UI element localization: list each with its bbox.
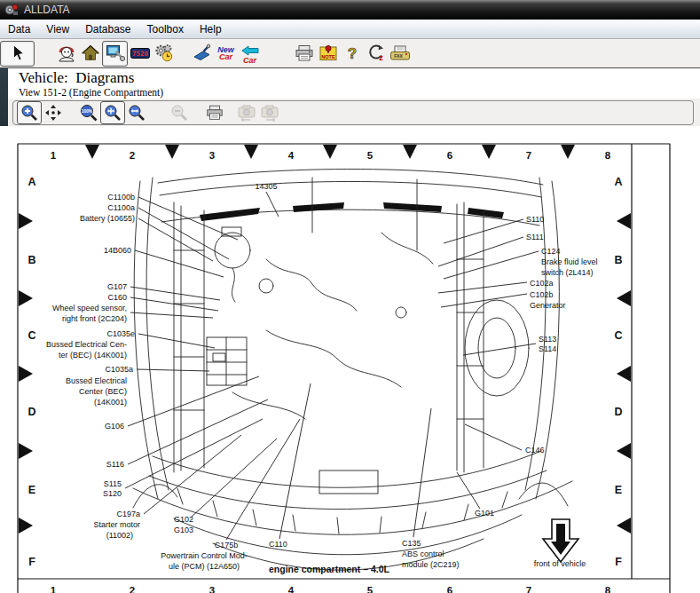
main-toolbar: 7520 New Car: [0, 39, 700, 68]
grid-number: 1: [51, 585, 56, 593]
zoom-out-icon: [169, 103, 189, 123]
sort-z-label: z: [379, 53, 383, 62]
diagram-label: S120: [103, 489, 122, 498]
code-display-label: 7520: [131, 50, 148, 58]
leader-line: [144, 435, 241, 514]
grid-letter: A: [28, 176, 35, 188]
diagram-label: C1035e: [106, 329, 135, 338]
grid-number: 7: [526, 585, 531, 593]
service-schedule-button[interactable]: [152, 42, 176, 66]
grid-number: 6: [447, 585, 452, 593]
previous-car-button[interactable]: Car: [238, 42, 262, 66]
notes-button[interactable]: NOTE: [316, 42, 340, 66]
tools-button[interactable]: [190, 42, 214, 66]
note-icon: NOTE: [318, 43, 339, 64]
grid-letter: C: [614, 329, 622, 342]
diagram-label: engine compartment – 4.0L: [269, 565, 389, 573]
diagram-label: G107: [107, 282, 127, 291]
diagram-label: C110: [269, 540, 287, 549]
diagram-label: S113: [539, 335, 556, 344]
diagram-label: G106: [105, 422, 124, 431]
grid-triangle-left: [617, 443, 631, 459]
zoom-100-button[interactable]: 100%: [77, 102, 100, 123]
leader-line: [465, 424, 522, 450]
menu-item-help[interactable]: Help: [192, 21, 230, 37]
grid-letter: D: [614, 406, 622, 418]
vehicle-diagnostics-button[interactable]: [102, 41, 128, 67]
zoom-100-label: 100%: [82, 109, 93, 114]
code-reader-button[interactable]: 7520: [128, 42, 152, 66]
diagram-label: ABS control: [402, 550, 444, 558]
leader-line: [128, 399, 268, 464]
fax-icon: FAX: [389, 43, 412, 64]
previous-car-icon: Car: [240, 43, 260, 64]
zoom-in-button[interactable]: [17, 101, 42, 124]
snapshot-next-button[interactable]: [258, 102, 281, 123]
grid-triangle-left: [617, 366, 631, 382]
menu-item-data[interactable]: Data: [0, 21, 38, 37]
leader-line: [463, 344, 536, 355]
menu-item-database[interactable]: Database: [77, 21, 138, 37]
grid-triangle-down: [85, 145, 99, 159]
sort-az-icon: z: [366, 43, 387, 64]
leader-line: [438, 282, 527, 293]
diagram-label: ter (BEC) (14K001): [59, 351, 127, 360]
leader-line: [130, 312, 213, 318]
gears-clock-icon: [153, 43, 175, 64]
grid-triangle-right: [19, 290, 33, 306]
grid-letter: D: [28, 406, 35, 418]
print-button[interactable]: [292, 42, 316, 66]
zoom-fit-button[interactable]: [100, 101, 125, 124]
grid-triangle-down: [482, 145, 496, 159]
fax-button[interactable]: FAX: [388, 42, 412, 66]
viewer-print-button[interactable]: [203, 102, 226, 123]
window-title: ALLDATA: [24, 4, 70, 16]
grid-triangle-down: [323, 145, 337, 159]
diagram-label: Wheel speed sensor,: [52, 304, 127, 312]
pan-button[interactable]: [42, 102, 65, 123]
help-button[interactable]: ?: [340, 42, 364, 66]
menu-bar: DataViewDatabaseToolboxHelp: [0, 20, 700, 39]
grid-triangle-down: [561, 145, 575, 159]
diagram-label: Battery (10655): [80, 214, 135, 223]
viewer-toolbar: 100%: [8, 99, 700, 126]
leader-line: [457, 472, 480, 509]
grid-number: 3: [209, 150, 215, 161]
camera-forward-icon: [259, 102, 280, 123]
zoom-in-icon: [20, 103, 39, 123]
leader-line: [128, 376, 259, 426]
snapshot-previous-button[interactable]: [235, 102, 258, 123]
diagram-label: 14B060: [104, 246, 131, 255]
diagram-label: S110: [526, 215, 544, 224]
leader-line: [226, 419, 300, 540]
zoom-out-button[interactable]: [168, 102, 191, 123]
tech-support-button[interactable]: [54, 42, 78, 66]
menu-item-view[interactable]: View: [38, 21, 77, 37]
home-button[interactable]: [78, 42, 102, 66]
help-glyph: ?: [347, 45, 356, 62]
grid-number: 5: [367, 150, 373, 161]
new-car-icon: New Car: [217, 46, 234, 60]
diagram-viewport[interactable]: 1122334455667788AABBCCDDEEFF14305C1100bC…: [0, 126, 700, 593]
leader-line: [138, 208, 229, 259]
diagram-label: C1035a: [105, 365, 133, 374]
new-car-button[interactable]: New Car: [214, 42, 238, 66]
grid-number: 4: [288, 585, 294, 593]
alldata-app-icon: [4, 3, 19, 17]
grid-triangle-down: [165, 145, 179, 159]
tools-icon: [192, 43, 213, 64]
menu-item-toolbox[interactable]: Toolbox: [139, 21, 192, 37]
diagram-label: ule (PCM) (12A650): [169, 562, 240, 571]
zoom-width-button[interactable]: [125, 102, 148, 123]
diagram-label: C102a: [530, 279, 554, 288]
printer-icon: [294, 43, 315, 64]
title-bar[interactable]: ALLDATA: [0, 0, 700, 20]
diagram-label: S114: [539, 344, 556, 353]
diagram-label: C197a: [116, 510, 140, 518]
grid-triangle-left: [617, 518, 631, 534]
sort-az-button[interactable]: z: [364, 42, 388, 66]
cursor-button[interactable]: [0, 41, 35, 67]
zoom-fit-icon: [103, 103, 122, 123]
grid-number: 1: [51, 150, 56, 161]
grid-triangle-down: [244, 145, 258, 159]
